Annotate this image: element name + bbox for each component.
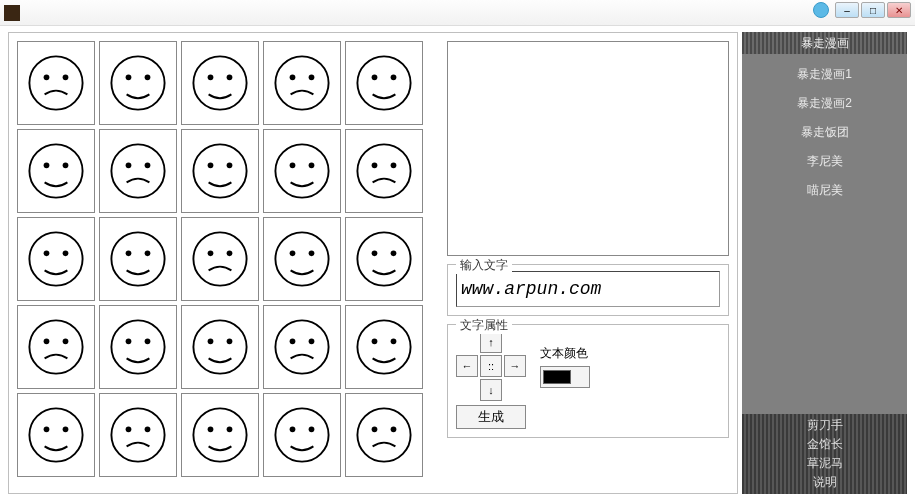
face-11[interactable]	[17, 217, 95, 301]
generate-button[interactable]: 生成	[456, 405, 526, 429]
sidebar-footer-item-0[interactable]: 剪刀手	[807, 417, 843, 434]
svg-point-99	[391, 426, 397, 432]
text-attr-group: 文字属性 ↑ ← :: → ↓ 文本颜色	[447, 324, 729, 438]
face-grid	[17, 41, 437, 485]
arrow-up-button[interactable]: ↑	[480, 331, 502, 353]
svg-point-75	[309, 338, 315, 344]
face-20[interactable]	[345, 305, 423, 389]
sidebar-item-1[interactable]: 暴走漫画2	[742, 89, 907, 118]
arrow-left-button[interactable]: ←	[456, 355, 478, 377]
titlebar: – □ ✕	[0, 0, 915, 26]
svg-point-31	[227, 162, 233, 168]
svg-point-51	[227, 250, 233, 256]
svg-point-70	[208, 338, 214, 344]
svg-point-54	[290, 250, 296, 256]
face-01[interactable]	[17, 41, 95, 125]
face-02[interactable]	[99, 41, 177, 125]
face-23[interactable]	[181, 393, 259, 477]
sidebar-footer-item-1[interactable]: 金馆长	[807, 436, 843, 453]
svg-point-90	[208, 426, 214, 432]
face-21[interactable]	[17, 393, 95, 477]
text-color-label: 文本颜色	[540, 345, 588, 362]
sidebar-item-4[interactable]: 喵尼美	[742, 176, 907, 205]
svg-point-50	[208, 250, 214, 256]
svg-point-91	[227, 426, 233, 432]
sidebar-footer-item-3[interactable]: 说明	[813, 474, 837, 491]
face-24[interactable]	[263, 393, 341, 477]
help-icon[interactable]	[813, 2, 829, 18]
preview-canvas	[447, 41, 729, 256]
face-25[interactable]	[345, 393, 423, 477]
direction-pad: ↑ ← :: → ↓	[456, 331, 526, 401]
svg-point-83	[63, 426, 69, 432]
face-14[interactable]	[263, 217, 341, 301]
color-swatch	[543, 370, 571, 384]
face-05[interactable]	[345, 41, 423, 125]
svg-point-94	[290, 426, 296, 432]
svg-point-23	[63, 162, 69, 168]
face-04[interactable]	[263, 41, 341, 125]
svg-point-87	[145, 426, 151, 432]
svg-point-63	[63, 338, 69, 344]
svg-point-42	[44, 250, 50, 256]
minimize-button[interactable]: –	[835, 2, 859, 18]
close-button[interactable]: ✕	[887, 2, 911, 18]
svg-point-46	[126, 250, 132, 256]
face-16[interactable]	[17, 305, 95, 389]
face-19[interactable]	[263, 305, 341, 389]
sidebar-item-3[interactable]: 李尼美	[742, 147, 907, 176]
face-06[interactable]	[17, 129, 95, 213]
face-22[interactable]	[99, 393, 177, 477]
face-03[interactable]	[181, 41, 259, 125]
svg-point-2	[44, 74, 50, 80]
svg-point-15	[309, 74, 315, 80]
text-attr-legend: 文字属性	[456, 317, 512, 334]
text-input[interactable]	[456, 271, 720, 307]
sidebar: 暴走漫画 暴走漫画1暴走漫画2暴走饭团李尼美喵尼美 剪刀手金馆长草泥马说明	[742, 32, 907, 494]
svg-point-74	[290, 338, 296, 344]
face-17[interactable]	[99, 305, 177, 389]
main-panel: 输入文字 文字属性 ↑ ← :: → ↓	[8, 32, 738, 494]
svg-point-10	[208, 74, 214, 80]
svg-point-7	[145, 74, 151, 80]
face-09[interactable]	[263, 129, 341, 213]
svg-point-11	[227, 74, 233, 80]
svg-point-19	[391, 74, 397, 80]
sidebar-header: 暴走漫画	[742, 32, 907, 54]
face-07[interactable]	[99, 129, 177, 213]
maximize-button[interactable]: □	[861, 2, 885, 18]
face-13[interactable]	[181, 217, 259, 301]
svg-point-43	[63, 250, 69, 256]
arrow-down-button[interactable]: ↓	[480, 379, 502, 401]
svg-point-18	[372, 74, 378, 80]
svg-point-55	[309, 250, 315, 256]
arrow-center-button[interactable]: ::	[480, 355, 502, 377]
sidebar-item-0[interactable]: 暴走漫画1	[742, 60, 907, 89]
arrow-right-button[interactable]: →	[504, 355, 526, 377]
svg-point-58	[372, 250, 378, 256]
face-18[interactable]	[181, 305, 259, 389]
face-15[interactable]	[345, 217, 423, 301]
face-08[interactable]	[181, 129, 259, 213]
svg-point-86	[126, 426, 132, 432]
sidebar-item-2[interactable]: 暴走饭团	[742, 118, 907, 147]
svg-point-34	[290, 162, 296, 168]
svg-point-95	[309, 426, 315, 432]
svg-point-71	[227, 338, 233, 344]
svg-point-79	[391, 338, 397, 344]
face-12[interactable]	[99, 217, 177, 301]
svg-point-67	[145, 338, 151, 344]
text-input-group: 输入文字	[447, 264, 729, 316]
svg-point-30	[208, 162, 214, 168]
svg-point-39	[391, 162, 397, 168]
svg-point-98	[372, 426, 378, 432]
face-10[interactable]	[345, 129, 423, 213]
svg-point-82	[44, 426, 50, 432]
svg-point-26	[126, 162, 132, 168]
sidebar-footer-item-2[interactable]: 草泥马	[807, 455, 843, 472]
svg-point-47	[145, 250, 151, 256]
svg-point-78	[372, 338, 378, 344]
svg-point-6	[126, 74, 132, 80]
text-color-button[interactable]	[540, 366, 590, 388]
svg-point-38	[372, 162, 378, 168]
